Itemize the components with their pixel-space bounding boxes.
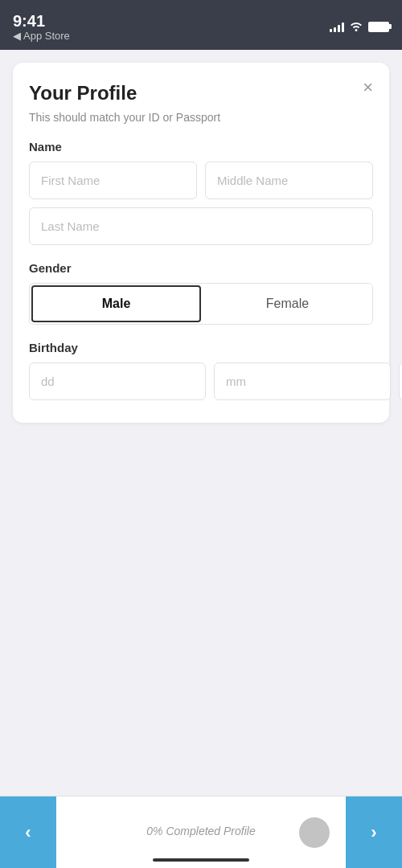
name-row [29, 162, 373, 199]
last-name-row [29, 207, 373, 245]
gender-section-label: Gender [29, 261, 373, 275]
middle-name-input[interactable] [205, 162, 373, 199]
signal-icon [330, 21, 344, 32]
birthday-dd-input[interactable] [29, 362, 206, 400]
back-arrow: ◀ [13, 30, 21, 42]
progress-circle [299, 817, 330, 848]
status-left: 9:41 ◀ App Store [13, 12, 70, 42]
home-indicator [153, 858, 249, 862]
status-bar: 9:41 ◀ App Store [0, 0, 402, 50]
wifi-icon [349, 20, 363, 34]
status-time: 9:41 [13, 12, 70, 30]
profile-card: × Your Profile This should match your ID… [13, 63, 389, 423]
next-button[interactable]: › [346, 796, 402, 869]
first-name-input[interactable] [29, 162, 197, 199]
gender-buttons: Male Female [29, 283, 373, 325]
prev-button[interactable]: ‹ [0, 796, 56, 869]
status-app-store: ◀ App Store [13, 30, 70, 42]
battery-icon [368, 22, 389, 32]
birthday-mm-input[interactable] [214, 362, 391, 400]
birthday-yyyy-input[interactable] [399, 362, 402, 400]
name-section-label: Name [29, 140, 373, 154]
card-subtitle: This should match your ID or Passport [29, 111, 373, 124]
gender-male-button[interactable]: Male [31, 285, 201, 322]
last-name-input[interactable] [29, 207, 373, 245]
bottom-bar: ‹ 0% Completed Profile › [0, 796, 402, 868]
progress-text: 0% Completed Profile [146, 825, 255, 837]
close-button[interactable]: × [359, 76, 376, 100]
gender-female-button[interactable]: Female [203, 284, 372, 324]
status-right [330, 20, 389, 34]
card-title: Your Profile [29, 82, 373, 104]
birthday-inputs [29, 362, 373, 400]
gender-section: Gender Male Female [29, 261, 373, 325]
birthday-section: Birthday [29, 341, 373, 400]
birthday-section-label: Birthday [29, 341, 373, 354]
main-content: × Your Profile This should match your ID… [0, 50, 402, 796]
